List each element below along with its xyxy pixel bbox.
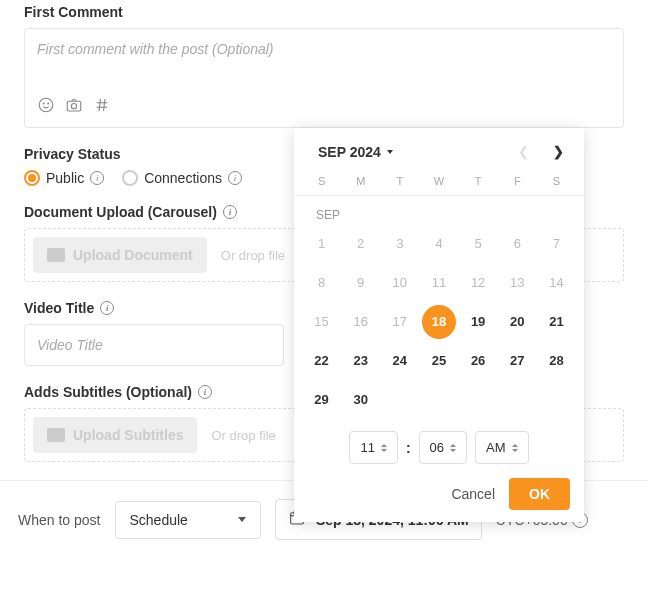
date-picker: SEP 2024 ❮ ❯ SMTWTFS SEP 123456789101112… (294, 128, 584, 522)
calendar-day[interactable]: 12 (459, 265, 498, 300)
first-comment-placeholder: First comment with the post (Optional) (37, 41, 274, 57)
info-icon[interactable]: i (228, 171, 242, 185)
emoji-icon[interactable] (37, 96, 55, 117)
privacy-public-radio[interactable]: Public i (24, 170, 104, 186)
info-icon[interactable]: i (198, 385, 212, 399)
document-icon (47, 248, 65, 262)
calendar-day[interactable]: 21 (537, 304, 576, 339)
calendar-day[interactable]: 25 (419, 343, 458, 378)
calendar-day[interactable]: 26 (459, 343, 498, 378)
privacy-public-label: Public (46, 170, 84, 186)
calendar-day[interactable]: 3 (380, 226, 419, 261)
calendar-day[interactable]: 13 (498, 265, 537, 300)
cancel-button[interactable]: Cancel (451, 486, 495, 502)
hour-spinner[interactable]: 11 (349, 431, 397, 464)
calendar-day[interactable]: 2 (341, 226, 380, 261)
minute-spinner[interactable]: 06 (419, 431, 467, 464)
calendar-day[interactable]: 27 (498, 343, 537, 378)
calendar-day[interactable]: 4 (419, 226, 458, 261)
camera-icon[interactable] (65, 96, 83, 117)
chevron-down-icon (238, 517, 246, 522)
calendar-day[interactable]: 7 (537, 226, 576, 261)
calendar-day[interactable]: 28 (537, 343, 576, 378)
subtitles-icon (47, 428, 65, 442)
hashtag-icon[interactable] (93, 96, 111, 117)
video-title-input[interactable] (24, 324, 284, 366)
privacy-connections-label: Connections (144, 170, 222, 186)
prev-month-button[interactable]: ❮ (516, 142, 531, 161)
calendar-day[interactable]: 5 (459, 226, 498, 261)
ok-button[interactable]: OK (509, 478, 570, 510)
calendar-day[interactable]: 20 (498, 304, 537, 339)
weekday-header: W (419, 175, 458, 187)
info-icon[interactable]: i (223, 205, 237, 219)
svg-point-0 (39, 98, 53, 112)
calendar-day[interactable]: 1 (302, 226, 341, 261)
calendar-day[interactable]: 14 (537, 265, 576, 300)
calendar-day[interactable]: 23 (341, 343, 380, 378)
info-icon[interactable]: i (90, 171, 104, 185)
weekday-header: T (459, 175, 498, 187)
schedule-select[interactable]: Schedule (115, 501, 261, 539)
calendar-day[interactable]: 19 (459, 304, 498, 339)
calendar-day[interactable]: 15 (302, 304, 341, 339)
chevron-down-icon (387, 150, 393, 154)
ampm-spinner[interactable]: AM (475, 431, 529, 464)
time-colon: : (406, 440, 411, 456)
calendar-day[interactable]: 22 (302, 343, 341, 378)
weekday-header: T (380, 175, 419, 187)
svg-point-4 (71, 104, 76, 109)
weekday-header: S (537, 175, 576, 187)
first-comment-input[interactable]: First comment with the post (Optional) (24, 28, 624, 128)
svg-line-7 (99, 99, 101, 111)
weekday-header: M (341, 175, 380, 187)
doc-drop-text: Or drop file (221, 248, 285, 263)
calendar-day[interactable]: 8 (302, 265, 341, 300)
upload-subtitles-button[interactable]: Upload Subtitles (33, 417, 197, 453)
first-comment-label: First Comment (24, 4, 624, 20)
calendar-day[interactable]: 6 (498, 226, 537, 261)
calendar-day[interactable]: 11 (419, 265, 458, 300)
svg-rect-3 (67, 101, 81, 111)
when-to-post-label: When to post (18, 512, 101, 528)
svg-point-1 (43, 103, 44, 104)
calendar-day[interactable]: 30 (341, 382, 380, 417)
month-short-label: SEP (294, 196, 584, 226)
svg-point-2 (48, 103, 49, 104)
month-selector[interactable]: SEP 2024 (318, 144, 393, 160)
calendar-day[interactable]: 16 (341, 304, 380, 339)
weekday-header: F (498, 175, 537, 187)
next-month-button[interactable]: ❯ (551, 142, 566, 161)
svg-line-8 (104, 99, 106, 111)
calendar-day[interactable]: 18 (419, 304, 458, 339)
weekday-header: S (302, 175, 341, 187)
subtitles-drop-text: Or drop file (211, 428, 275, 443)
info-icon[interactable]: i (100, 301, 114, 315)
calendar-day[interactable]: 9 (341, 265, 380, 300)
calendar-day[interactable]: 24 (380, 343, 419, 378)
privacy-connections-radio[interactable]: Connections i (122, 170, 242, 186)
upload-document-button[interactable]: Upload Document (33, 237, 207, 273)
calendar-day[interactable]: 29 (302, 382, 341, 417)
calendar-day[interactable]: 10 (380, 265, 419, 300)
calendar-day[interactable]: 17 (380, 304, 419, 339)
